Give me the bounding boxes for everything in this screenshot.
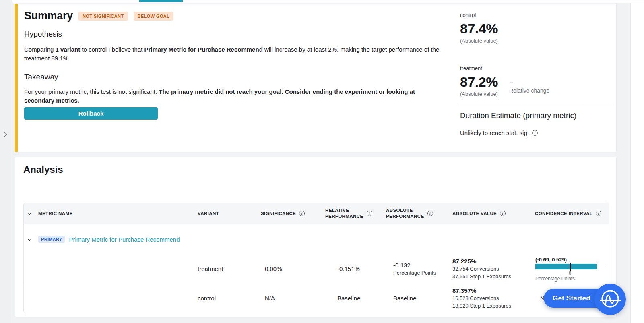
table-row-treatment: treatment 0.00% -0.151% -0.132 Percentag…: [24, 255, 609, 283]
control-absolute-performance-cell: Baseline: [386, 294, 452, 302]
ci-bar: [535, 264, 597, 269]
primary-metric-badge: PRIMARY: [38, 236, 65, 243]
col-header-metric-name: METRIC NAME: [38, 211, 73, 216]
relative-change-value: --: [509, 78, 513, 85]
metric-group-row: PRIMARY Primary Metric for Purchase Reco…: [24, 224, 609, 255]
below-goal-badge: BELOW GOAL: [134, 12, 174, 21]
rollback-button[interactable]: Rollback: [24, 107, 158, 120]
hypothesis-text: Comparing 1 variant to control I believe…: [24, 45, 447, 63]
treatment-absolute-performance-cell: -0.132 Percentage Points: [386, 261, 452, 277]
hypothesis-heading: Hypothesis: [24, 30, 62, 39]
duration-status-text: Unlikely to reach stat. sig.: [460, 129, 529, 136]
treatment-significance-cell: 0.00%: [261, 265, 325, 272]
treatment-absolute-value-cell: 87.225% 32,754 Conversions 37,551 Step 1…: [452, 257, 533, 280]
col-header-relative-performance: RELATIVE PERFORMANCE: [325, 207, 363, 219]
analysis-title: Analysis: [23, 164, 63, 175]
active-tab-indicator[interactable]: [139, 0, 183, 2]
summary-title: Summary: [24, 10, 73, 22]
col-header-significance: SIGNIFICANCE: [261, 211, 296, 216]
col-header-absolute-value: ABSOLUTE VALUE: [452, 211, 497, 216]
analysis-card: Analysis METRIC NAME VARIANT SIGNIFICANC…: [15, 157, 617, 317]
relative-performance-info-icon[interactable]: [367, 211, 372, 216]
amplitude-logo-icon: [600, 288, 621, 311]
ci-range-label: (-0.69, 0.529): [535, 257, 609, 263]
ci-unit-label: Percentage Points: [535, 276, 609, 282]
col-header-variant: VARIANT: [198, 211, 219, 216]
table-header-row: METRIC NAME VARIANT SIGNIFICANCE RELATIV…: [24, 203, 609, 224]
col-header-absolute-performance: ABSOLUTE PERFORMANCE: [386, 207, 424, 219]
control-variant-label: control: [460, 12, 476, 18]
control-absolute-value-cell: 87.357% 16,528 Conversions 18,920 Step 1…: [452, 287, 533, 310]
metric-collapse-chevron-icon[interactable]: [27, 236, 32, 243]
treatment-value-caption: (Absolute value): [460, 91, 498, 97]
treatment-variant-label: treatment: [460, 65, 482, 71]
control-significance-cell: N/A: [261, 295, 325, 302]
ci-zero-tick: [570, 263, 571, 271]
absolute-value-info-icon[interactable]: [500, 211, 506, 216]
table-row-control: control N/A Baseline Baseline 87.357% 16…: [24, 283, 609, 313]
treatment-relative-performance-cell: -0.151%: [325, 265, 386, 272]
side-panel-divider: [460, 105, 615, 105]
amplitude-logo-button[interactable]: [594, 284, 626, 315]
collapsed-sidebar: [0, 0, 12, 323]
significance-info-icon[interactable]: [299, 211, 305, 216]
collapse-all-chevron-icon[interactable]: [27, 211, 32, 216]
summary-card: Summary NOT SIGNIFICANT BELOW GOAL Hypot…: [15, 4, 617, 152]
get-started-label: Get Started: [553, 294, 590, 302]
control-variant-cell: control: [198, 295, 261, 302]
takeaway-text: For your primary metric, this test is no…: [24, 87, 427, 105]
duration-info-icon[interactable]: [532, 130, 538, 136]
duration-estimate-heading: Duration Estimate (primary metric): [460, 111, 576, 120]
treatment-confidence-interval-cell: (-0.69, 0.529) 0 Percentage Points: [533, 257, 609, 282]
control-absolute-value: 87.4%: [460, 21, 498, 37]
takeaway-heading: Takeaway: [24, 72, 58, 81]
treatment-absolute-value: 87.2%: [460, 74, 498, 90]
control-value-caption: (Absolute value): [460, 38, 498, 44]
sidebar-expand-chevron-icon[interactable]: [4, 131, 7, 139]
treatment-variant-cell: treatment: [198, 265, 261, 272]
ci-zero-label: 0: [569, 271, 571, 275]
confidence-interval-info-icon[interactable]: [596, 211, 601, 216]
not-significant-badge: NOT SIGNIFICANT: [78, 12, 128, 21]
variant-stats-panel: control 87.4% (Absolute value) treatment…: [460, 4, 618, 149]
analysis-table: METRIC NAME VARIANT SIGNIFICANCE RELATIV…: [23, 203, 609, 313]
absolute-performance-info-icon[interactable]: [427, 211, 433, 216]
control-relative-performance-cell: Baseline: [325, 295, 386, 302]
col-header-confidence-interval: CONFIDENCE INTERVAL: [535, 211, 592, 216]
ci-axis-line: [597, 267, 607, 267]
relative-change-label: Relative change: [509, 87, 549, 94]
ci-chart: 0: [535, 263, 607, 276]
metric-name-link[interactable]: Primary Metric for Purchase Recommend: [69, 236, 180, 243]
top-tab-bar: [12, 0, 644, 3]
right-gutter: [630, 0, 644, 323]
